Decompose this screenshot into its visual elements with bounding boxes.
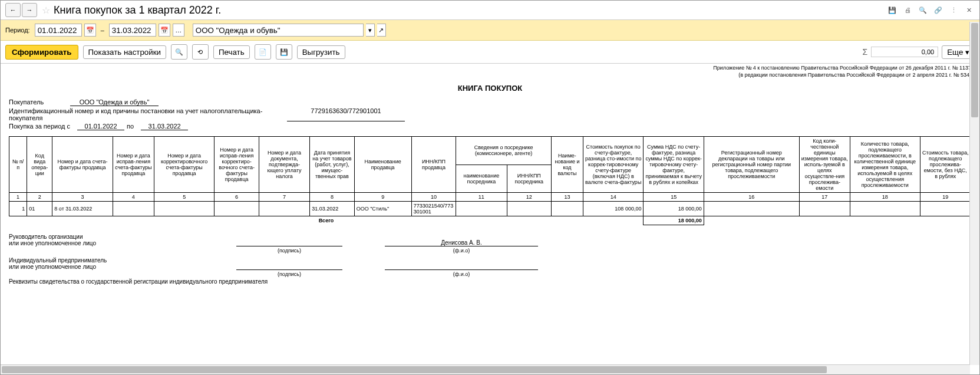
num-9: 9 [354,193,411,202]
num-2: 2 [27,193,52,202]
save-icon[interactable]: 💾 [886,4,898,16]
cell-8: 31.03.2022 [310,202,355,216]
menu-icon[interactable]: ⋮ [948,4,959,16]
period-label: Период: [5,27,30,34]
ip-fio-line [385,269,538,270]
cell-vat: 18 000,00 [644,202,704,216]
num-14: 14 [583,193,643,202]
th-8: Дата принятия на учет товаров (работ, ус… [310,137,355,193]
cell-sf: 8 от 31.03.2022 [52,202,113,216]
cell-cost: 108 000,00 [583,202,643,216]
save-file-button[interactable]: 💾 [276,44,292,60]
head-sign-line [236,246,342,246]
podpis-caption-2: (подпись) [236,271,342,277]
buyer-label: Покупатель [9,98,68,106]
num-7: 7 [259,193,309,202]
period-from-value: 01.01.2022 [77,123,124,130]
generate-button[interactable]: Сформировать [5,45,78,60]
period-to-value: 31.03.2022 [141,123,188,130]
requisites-label: Реквизиты свидетельства о государственно… [9,278,268,285]
preview-button[interactable]: 📄 [255,44,271,60]
cell-code: 01 [27,202,52,216]
num-10: 10 [411,193,456,202]
num-15: 15 [644,193,704,202]
num-17: 17 [799,193,850,202]
num-6: 6 [215,193,259,202]
organization-open-button[interactable]: ↗ [377,24,386,37]
th-10: ИНН/КПП продавца [411,137,456,193]
th-6: Номер и дата исправ-ления корректиро-воч… [215,137,259,193]
period-po-label: по [127,123,134,130]
head-label: Руководитель организации [9,233,233,240]
sum-field: 0,00 [871,47,938,57]
report-table: № п/п Код вида опера-ции Номер и дата сч… [9,136,971,225]
ip-label: Индивидуальный предприниматель [9,257,233,264]
cell-seller: ООО "Стиль" [354,202,411,216]
num-19: 19 [920,193,971,202]
parameter-bar: Период: 📅 – 📅 … ▾ ↗ [1,20,979,41]
cell-12 [507,202,552,216]
export-button[interactable]: Выгрузить [297,45,345,59]
zoom-in-button[interactable]: 🔍 [171,44,187,60]
preview-icon[interactable]: 🔍 [917,4,929,16]
num-1: 1 [9,193,27,202]
period-from-input[interactable] [35,24,82,37]
th-11: наименование посредника [456,165,507,193]
nav-forward-button[interactable]: → [22,3,37,17]
th-18: Количество товара, подлежащего прослежив… [850,137,920,193]
legal-line-2: (в редакции постановления Правительства … [9,72,971,78]
link-icon[interactable]: 🔗 [932,4,944,16]
ip-sign-line [236,269,342,270]
num-5: 5 [154,193,214,202]
favorite-star-icon[interactable]: ☆ [42,5,50,16]
report-title: КНИГА ПОКУПОК [9,84,971,93]
total-value: 18 000,00 [644,216,704,225]
cell-16 [704,202,799,216]
th-13: Наиме-нование и код валюты [552,137,583,193]
head-or-label: или иное уполномоченное лицо [9,240,233,246]
th-19: Стоимость товара, подлежащего прослежива… [920,137,971,193]
show-settings-button[interactable]: Показать настройки [83,45,166,59]
cell-inn: 7733021540/773301001 [411,202,456,216]
period-to-input[interactable] [109,24,156,37]
cell-n: 1 [9,202,27,216]
fio-caption-1: (ф.и.о) [385,248,538,254]
th-17: Код коли-чественной единицы измерения то… [799,137,850,193]
legal-line-1: Приложение № 4 к постановлению Правитель… [9,65,971,71]
sigma-icon: Σ [863,47,868,57]
th-3: Номер и дата счета-фактуры продавца [52,137,113,193]
action-bar: Сформировать Показать настройки 🔍 ⟲ Печа… [1,41,979,64]
cell-11 [456,202,507,216]
vertical-scrollbar[interactable] [969,22,979,365]
period-select-button[interactable]: … [173,24,184,37]
th-16: Регистрационный номер декларации на това… [704,137,799,193]
period-dash: – [101,27,104,34]
print-icon[interactable]: 🖨 [902,4,913,16]
print-button[interactable]: Печать [213,45,250,59]
th-9: Наименование продавца [354,137,411,193]
th-1: № п/п [9,137,27,193]
period-text-label: Покупка за период с [9,123,70,130]
num-18: 18 [850,193,920,202]
ip-or-label: или иное уполномоченное лицо [9,264,233,270]
period-to-calendar-button[interactable]: 📅 [159,24,170,37]
th-12: ИНН/КПП посредника [507,165,552,193]
inn-label: Идентификационный номер и код причины по… [9,107,280,121]
organization-input[interactable] [193,24,364,37]
inn-value: 7729163630/772901001 [287,107,405,121]
period-from-calendar-button[interactable]: 📅 [84,24,96,37]
num-13: 13 [552,193,583,202]
total-label: Всего [9,216,644,225]
cell-13 [552,202,583,216]
cell-18 [850,202,920,216]
th-14: Стоимость покупок по счету-фактуре, разн… [583,137,643,193]
num-11: 11 [456,193,507,202]
organization-dropdown-button[interactable]: ▾ [366,24,375,37]
table-row[interactable]: 1 01 8 от 31.03.2022 31.03.2022 ООО "Сти… [9,202,971,216]
zoom-reset-button[interactable]: ⟲ [192,44,209,60]
cell-4 [113,202,154,216]
nav-back-button[interactable]: ← [5,3,21,17]
close-icon[interactable]: ✕ [963,4,975,16]
num-4: 4 [113,193,154,202]
horizontal-scrollbar[interactable] [1,364,970,374]
